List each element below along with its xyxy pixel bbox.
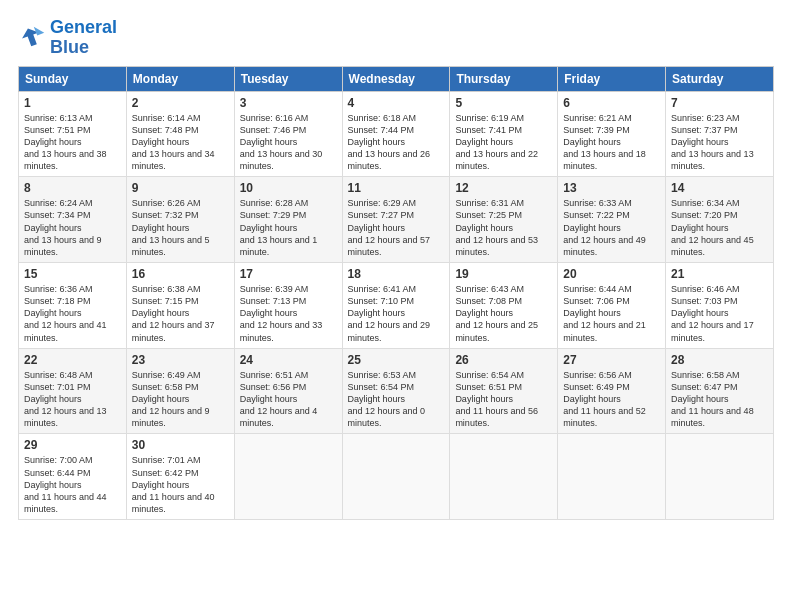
day-info: Sunrise: 6:28 AMSunset: 7:29 PMDaylight … xyxy=(240,198,318,257)
table-row: 3 Sunrise: 6:16 AMSunset: 7:46 PMDayligh… xyxy=(234,91,342,177)
table-row: 7 Sunrise: 6:23 AMSunset: 7:37 PMDayligh… xyxy=(666,91,774,177)
day-number: 1 xyxy=(24,96,121,110)
table-row: 14 Sunrise: 6:34 AMSunset: 7:20 PMDaylig… xyxy=(666,177,774,263)
svg-marker-0 xyxy=(20,25,43,48)
day-info: Sunrise: 6:19 AMSunset: 7:41 PMDaylight … xyxy=(455,113,538,172)
day-number: 11 xyxy=(348,181,445,195)
table-row: 9 Sunrise: 6:26 AMSunset: 7:32 PMDayligh… xyxy=(126,177,234,263)
day-info: Sunrise: 6:13 AMSunset: 7:51 PMDaylight … xyxy=(24,113,107,172)
day-info: Sunrise: 6:33 AMSunset: 7:22 PMDaylight … xyxy=(563,198,646,257)
day-number: 9 xyxy=(132,181,229,195)
calendar-table: SundayMondayTuesdayWednesdayThursdayFrid… xyxy=(18,66,774,521)
table-row: 28 Sunrise: 6:58 AMSunset: 6:47 PMDaylig… xyxy=(666,348,774,434)
col-header-thursday: Thursday xyxy=(450,66,558,91)
col-header-monday: Monday xyxy=(126,66,234,91)
col-header-friday: Friday xyxy=(558,66,666,91)
day-info: Sunrise: 6:51 AMSunset: 6:56 PMDaylight … xyxy=(240,370,318,429)
table-row: 10 Sunrise: 6:28 AMSunset: 7:29 PMDaylig… xyxy=(234,177,342,263)
table-row xyxy=(234,434,342,520)
table-row: 16 Sunrise: 6:38 AMSunset: 7:15 PMDaylig… xyxy=(126,263,234,349)
day-number: 28 xyxy=(671,353,768,367)
day-number: 17 xyxy=(240,267,337,281)
day-info: Sunrise: 6:14 AMSunset: 7:48 PMDaylight … xyxy=(132,113,215,172)
day-number: 13 xyxy=(563,181,660,195)
day-number: 23 xyxy=(132,353,229,367)
table-row: 26 Sunrise: 6:54 AMSunset: 6:51 PMDaylig… xyxy=(450,348,558,434)
logo: General Blue xyxy=(18,18,117,58)
day-number: 2 xyxy=(132,96,229,110)
col-header-wednesday: Wednesday xyxy=(342,66,450,91)
day-number: 30 xyxy=(132,438,229,452)
day-number: 22 xyxy=(24,353,121,367)
day-info: Sunrise: 7:00 AMSunset: 6:44 PMDaylight … xyxy=(24,455,107,514)
logo-text: General Blue xyxy=(50,18,117,58)
table-row: 8 Sunrise: 6:24 AMSunset: 7:34 PMDayligh… xyxy=(19,177,127,263)
day-info: Sunrise: 6:24 AMSunset: 7:34 PMDaylight … xyxy=(24,198,102,257)
day-info: Sunrise: 6:36 AMSunset: 7:18 PMDaylight … xyxy=(24,284,107,343)
day-number: 20 xyxy=(563,267,660,281)
day-number: 8 xyxy=(24,181,121,195)
table-row: 18 Sunrise: 6:41 AMSunset: 7:10 PMDaylig… xyxy=(342,263,450,349)
day-info: Sunrise: 7:01 AMSunset: 6:42 PMDaylight … xyxy=(132,455,215,514)
day-number: 3 xyxy=(240,96,337,110)
day-info: Sunrise: 6:41 AMSunset: 7:10 PMDaylight … xyxy=(348,284,431,343)
day-number: 29 xyxy=(24,438,121,452)
table-row xyxy=(558,434,666,520)
day-info: Sunrise: 6:56 AMSunset: 6:49 PMDaylight … xyxy=(563,370,646,429)
table-row: 2 Sunrise: 6:14 AMSunset: 7:48 PMDayligh… xyxy=(126,91,234,177)
table-row: 6 Sunrise: 6:21 AMSunset: 7:39 PMDayligh… xyxy=(558,91,666,177)
table-row: 17 Sunrise: 6:39 AMSunset: 7:13 PMDaylig… xyxy=(234,263,342,349)
day-number: 4 xyxy=(348,96,445,110)
day-number: 12 xyxy=(455,181,552,195)
day-number: 16 xyxy=(132,267,229,281)
day-info: Sunrise: 6:48 AMSunset: 7:01 PMDaylight … xyxy=(24,370,107,429)
day-number: 7 xyxy=(671,96,768,110)
day-info: Sunrise: 6:49 AMSunset: 6:58 PMDaylight … xyxy=(132,370,210,429)
table-row: 25 Sunrise: 6:53 AMSunset: 6:54 PMDaylig… xyxy=(342,348,450,434)
day-number: 10 xyxy=(240,181,337,195)
day-info: Sunrise: 6:43 AMSunset: 7:08 PMDaylight … xyxy=(455,284,538,343)
day-number: 6 xyxy=(563,96,660,110)
col-header-tuesday: Tuesday xyxy=(234,66,342,91)
table-row: 21 Sunrise: 6:46 AMSunset: 7:03 PMDaylig… xyxy=(666,263,774,349)
day-number: 25 xyxy=(348,353,445,367)
day-info: Sunrise: 6:34 AMSunset: 7:20 PMDaylight … xyxy=(671,198,754,257)
table-row: 4 Sunrise: 6:18 AMSunset: 7:44 PMDayligh… xyxy=(342,91,450,177)
day-number: 27 xyxy=(563,353,660,367)
day-info: Sunrise: 6:16 AMSunset: 7:46 PMDaylight … xyxy=(240,113,323,172)
col-header-sunday: Sunday xyxy=(19,66,127,91)
day-info: Sunrise: 6:23 AMSunset: 7:37 PMDaylight … xyxy=(671,113,754,172)
day-info: Sunrise: 6:18 AMSunset: 7:44 PMDaylight … xyxy=(348,113,431,172)
day-info: Sunrise: 6:26 AMSunset: 7:32 PMDaylight … xyxy=(132,198,210,257)
table-row: 30 Sunrise: 7:01 AMSunset: 6:42 PMDaylig… xyxy=(126,434,234,520)
day-info: Sunrise: 6:29 AMSunset: 7:27 PMDaylight … xyxy=(348,198,431,257)
table-row: 24 Sunrise: 6:51 AMSunset: 6:56 PMDaylig… xyxy=(234,348,342,434)
day-number: 15 xyxy=(24,267,121,281)
day-info: Sunrise: 6:39 AMSunset: 7:13 PMDaylight … xyxy=(240,284,323,343)
table-row: 20 Sunrise: 6:44 AMSunset: 7:06 PMDaylig… xyxy=(558,263,666,349)
day-info: Sunrise: 6:21 AMSunset: 7:39 PMDaylight … xyxy=(563,113,646,172)
table-row: 19 Sunrise: 6:43 AMSunset: 7:08 PMDaylig… xyxy=(450,263,558,349)
day-info: Sunrise: 6:53 AMSunset: 6:54 PMDaylight … xyxy=(348,370,426,429)
day-info: Sunrise: 6:38 AMSunset: 7:15 PMDaylight … xyxy=(132,284,215,343)
table-row: 5 Sunrise: 6:19 AMSunset: 7:41 PMDayligh… xyxy=(450,91,558,177)
table-row xyxy=(342,434,450,520)
table-row: 15 Sunrise: 6:36 AMSunset: 7:18 PMDaylig… xyxy=(19,263,127,349)
day-number: 19 xyxy=(455,267,552,281)
table-row: 23 Sunrise: 6:49 AMSunset: 6:58 PMDaylig… xyxy=(126,348,234,434)
day-number: 24 xyxy=(240,353,337,367)
day-number: 21 xyxy=(671,267,768,281)
day-info: Sunrise: 6:46 AMSunset: 7:03 PMDaylight … xyxy=(671,284,754,343)
day-info: Sunrise: 6:54 AMSunset: 6:51 PMDaylight … xyxy=(455,370,538,429)
table-row: 22 Sunrise: 6:48 AMSunset: 7:01 PMDaylig… xyxy=(19,348,127,434)
day-number: 18 xyxy=(348,267,445,281)
table-row xyxy=(666,434,774,520)
day-info: Sunrise: 6:44 AMSunset: 7:06 PMDaylight … xyxy=(563,284,646,343)
table-row: 29 Sunrise: 7:00 AMSunset: 6:44 PMDaylig… xyxy=(19,434,127,520)
table-row: 1 Sunrise: 6:13 AMSunset: 7:51 PMDayligh… xyxy=(19,91,127,177)
day-number: 26 xyxy=(455,353,552,367)
day-number: 14 xyxy=(671,181,768,195)
day-info: Sunrise: 6:58 AMSunset: 6:47 PMDaylight … xyxy=(671,370,754,429)
table-row xyxy=(450,434,558,520)
table-row: 13 Sunrise: 6:33 AMSunset: 7:22 PMDaylig… xyxy=(558,177,666,263)
